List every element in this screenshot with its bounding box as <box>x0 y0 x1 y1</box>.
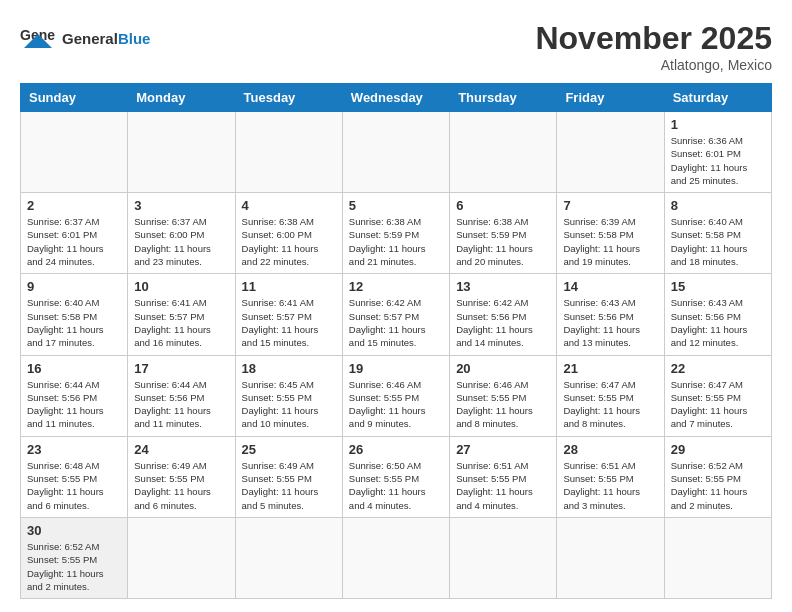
calendar-cell <box>664 517 771 598</box>
day-number: 20 <box>456 361 550 376</box>
calendar-cell: 2Sunrise: 6:37 AM Sunset: 6:01 PM Daylig… <box>21 193 128 274</box>
calendar-cell: 22Sunrise: 6:47 AM Sunset: 5:55 PM Dayli… <box>664 355 771 436</box>
day-number: 6 <box>456 198 550 213</box>
calendar-cell: 16Sunrise: 6:44 AM Sunset: 5:56 PM Dayli… <box>21 355 128 436</box>
day-number: 28 <box>563 442 657 457</box>
day-number: 22 <box>671 361 765 376</box>
calendar-header-row: SundayMondayTuesdayWednesdayThursdayFrid… <box>21 84 772 112</box>
calendar-cell: 27Sunrise: 6:51 AM Sunset: 5:55 PM Dayli… <box>450 436 557 517</box>
day-number: 2 <box>27 198 121 213</box>
day-header-thursday: Thursday <box>450 84 557 112</box>
logo-text: GeneralBlue <box>62 30 150 47</box>
calendar-cell: 8Sunrise: 6:40 AM Sunset: 5:58 PM Daylig… <box>664 193 771 274</box>
calendar-cell <box>128 517 235 598</box>
day-number: 24 <box>134 442 228 457</box>
day-number: 18 <box>242 361 336 376</box>
day-number: 26 <box>349 442 443 457</box>
day-info: Sunrise: 6:47 AM Sunset: 5:55 PM Dayligh… <box>671 378 765 431</box>
calendar-cell: 7Sunrise: 6:39 AM Sunset: 5:58 PM Daylig… <box>557 193 664 274</box>
calendar-cell <box>235 112 342 193</box>
day-number: 17 <box>134 361 228 376</box>
calendar-cell: 23Sunrise: 6:48 AM Sunset: 5:55 PM Dayli… <box>21 436 128 517</box>
day-info: Sunrise: 6:41 AM Sunset: 5:57 PM Dayligh… <box>242 296 336 349</box>
calendar-cell <box>557 517 664 598</box>
calendar-cell: 4Sunrise: 6:38 AM Sunset: 6:00 PM Daylig… <box>235 193 342 274</box>
day-header-wednesday: Wednesday <box>342 84 449 112</box>
calendar-cell: 19Sunrise: 6:46 AM Sunset: 5:55 PM Dayli… <box>342 355 449 436</box>
calendar-week-row: 9Sunrise: 6:40 AM Sunset: 5:58 PM Daylig… <box>21 274 772 355</box>
day-info: Sunrise: 6:42 AM Sunset: 5:56 PM Dayligh… <box>456 296 550 349</box>
day-info: Sunrise: 6:41 AM Sunset: 5:57 PM Dayligh… <box>134 296 228 349</box>
calendar-cell: 28Sunrise: 6:51 AM Sunset: 5:55 PM Dayli… <box>557 436 664 517</box>
calendar-cell <box>235 517 342 598</box>
calendar-cell <box>557 112 664 193</box>
day-info: Sunrise: 6:38 AM Sunset: 6:00 PM Dayligh… <box>242 215 336 268</box>
day-number: 29 <box>671 442 765 457</box>
day-info: Sunrise: 6:44 AM Sunset: 5:56 PM Dayligh… <box>134 378 228 431</box>
calendar-week-row: 23Sunrise: 6:48 AM Sunset: 5:55 PM Dayli… <box>21 436 772 517</box>
calendar-cell: 18Sunrise: 6:45 AM Sunset: 5:55 PM Dayli… <box>235 355 342 436</box>
day-info: Sunrise: 6:46 AM Sunset: 5:55 PM Dayligh… <box>349 378 443 431</box>
day-number: 14 <box>563 279 657 294</box>
day-header-tuesday: Tuesday <box>235 84 342 112</box>
day-info: Sunrise: 6:52 AM Sunset: 5:55 PM Dayligh… <box>27 540 121 593</box>
day-info: Sunrise: 6:45 AM Sunset: 5:55 PM Dayligh… <box>242 378 336 431</box>
day-number: 5 <box>349 198 443 213</box>
day-number: 19 <box>349 361 443 376</box>
calendar-cell: 12Sunrise: 6:42 AM Sunset: 5:57 PM Dayli… <box>342 274 449 355</box>
day-number: 9 <box>27 279 121 294</box>
day-header-monday: Monday <box>128 84 235 112</box>
calendar-week-row: 16Sunrise: 6:44 AM Sunset: 5:56 PM Dayli… <box>21 355 772 436</box>
calendar-week-row: 2Sunrise: 6:37 AM Sunset: 6:01 PM Daylig… <box>21 193 772 274</box>
day-info: Sunrise: 6:42 AM Sunset: 5:57 PM Dayligh… <box>349 296 443 349</box>
calendar-cell <box>128 112 235 193</box>
day-header-friday: Friday <box>557 84 664 112</box>
calendar-cell <box>342 517 449 598</box>
day-number: 4 <box>242 198 336 213</box>
day-number: 25 <box>242 442 336 457</box>
calendar-cell: 15Sunrise: 6:43 AM Sunset: 5:56 PM Dayli… <box>664 274 771 355</box>
day-info: Sunrise: 6:43 AM Sunset: 5:56 PM Dayligh… <box>563 296 657 349</box>
calendar-cell: 30Sunrise: 6:52 AM Sunset: 5:55 PM Dayli… <box>21 517 128 598</box>
calendar-cell <box>342 112 449 193</box>
day-info: Sunrise: 6:43 AM Sunset: 5:56 PM Dayligh… <box>671 296 765 349</box>
calendar-cell: 29Sunrise: 6:52 AM Sunset: 5:55 PM Dayli… <box>664 436 771 517</box>
day-header-sunday: Sunday <box>21 84 128 112</box>
day-info: Sunrise: 6:50 AM Sunset: 5:55 PM Dayligh… <box>349 459 443 512</box>
month-title: November 2025 <box>535 20 772 57</box>
day-number: 15 <box>671 279 765 294</box>
day-info: Sunrise: 6:49 AM Sunset: 5:55 PM Dayligh… <box>242 459 336 512</box>
calendar-week-row: 30Sunrise: 6:52 AM Sunset: 5:55 PM Dayli… <box>21 517 772 598</box>
day-number: 3 <box>134 198 228 213</box>
calendar-cell: 9Sunrise: 6:40 AM Sunset: 5:58 PM Daylig… <box>21 274 128 355</box>
calendar-cell: 13Sunrise: 6:42 AM Sunset: 5:56 PM Dayli… <box>450 274 557 355</box>
day-info: Sunrise: 6:40 AM Sunset: 5:58 PM Dayligh… <box>27 296 121 349</box>
day-number: 21 <box>563 361 657 376</box>
calendar-table: SundayMondayTuesdayWednesdayThursdayFrid… <box>20 83 772 599</box>
calendar-cell: 25Sunrise: 6:49 AM Sunset: 5:55 PM Dayli… <box>235 436 342 517</box>
calendar-cell <box>21 112 128 193</box>
logo-icon: General <box>20 20 56 56</box>
day-info: Sunrise: 6:48 AM Sunset: 5:55 PM Dayligh… <box>27 459 121 512</box>
day-info: Sunrise: 6:38 AM Sunset: 5:59 PM Dayligh… <box>456 215 550 268</box>
day-info: Sunrise: 6:37 AM Sunset: 6:00 PM Dayligh… <box>134 215 228 268</box>
calendar-cell: 1Sunrise: 6:36 AM Sunset: 6:01 PM Daylig… <box>664 112 771 193</box>
calendar-cell: 11Sunrise: 6:41 AM Sunset: 5:57 PM Dayli… <box>235 274 342 355</box>
calendar-cell: 17Sunrise: 6:44 AM Sunset: 5:56 PM Dayli… <box>128 355 235 436</box>
day-number: 13 <box>456 279 550 294</box>
day-number: 30 <box>27 523 121 538</box>
calendar-cell: 24Sunrise: 6:49 AM Sunset: 5:55 PM Dayli… <box>128 436 235 517</box>
day-number: 23 <box>27 442 121 457</box>
day-number: 27 <box>456 442 550 457</box>
day-info: Sunrise: 6:52 AM Sunset: 5:55 PM Dayligh… <box>671 459 765 512</box>
calendar-cell: 3Sunrise: 6:37 AM Sunset: 6:00 PM Daylig… <box>128 193 235 274</box>
calendar-cell: 20Sunrise: 6:46 AM Sunset: 5:55 PM Dayli… <box>450 355 557 436</box>
day-info: Sunrise: 6:44 AM Sunset: 5:56 PM Dayligh… <box>27 378 121 431</box>
day-info: Sunrise: 6:38 AM Sunset: 5:59 PM Dayligh… <box>349 215 443 268</box>
day-info: Sunrise: 6:51 AM Sunset: 5:55 PM Dayligh… <box>456 459 550 512</box>
day-info: Sunrise: 6:37 AM Sunset: 6:01 PM Dayligh… <box>27 215 121 268</box>
day-info: Sunrise: 6:39 AM Sunset: 5:58 PM Dayligh… <box>563 215 657 268</box>
day-info: Sunrise: 6:46 AM Sunset: 5:55 PM Dayligh… <box>456 378 550 431</box>
calendar-cell: 21Sunrise: 6:47 AM Sunset: 5:55 PM Dayli… <box>557 355 664 436</box>
day-number: 12 <box>349 279 443 294</box>
